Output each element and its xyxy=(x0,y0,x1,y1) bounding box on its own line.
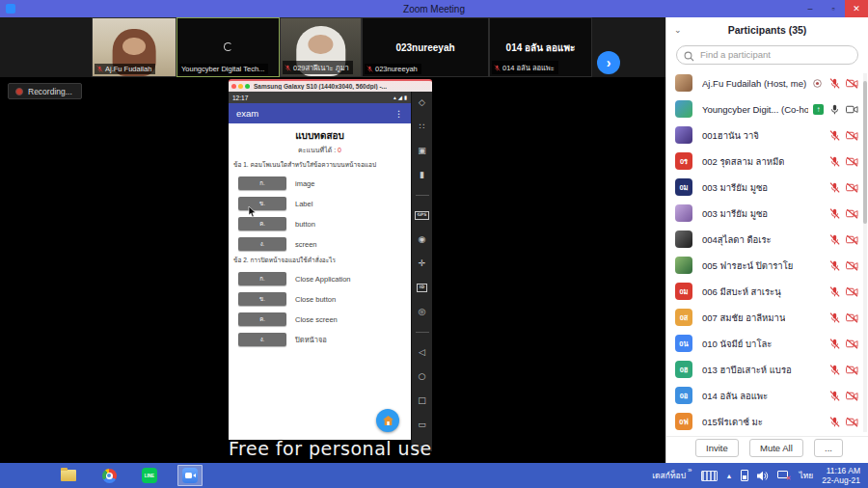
invite-button[interactable]: Invite xyxy=(695,439,739,457)
participant-row[interactable]: 0ฮ013 ฮาปีอเสาะห์ แบรอ xyxy=(666,357,868,383)
participant-row[interactable]: 003 มารียัม มูซอ xyxy=(666,201,868,227)
taskbar-app-zoom[interactable] xyxy=(177,465,203,486)
participant-row[interactable]: 0น010 นัจมีย์ บาโละ xyxy=(666,331,868,357)
chrome-icon xyxy=(102,469,117,483)
participant-row[interactable]: 0ม006 มีสบะห์ สาเระนุ xyxy=(666,279,868,305)
desktop-toolbar[interactable]: เดสก์ท็อป » xyxy=(652,469,692,482)
participant-status-icons xyxy=(824,234,858,245)
answer-button[interactable]: ค. xyxy=(238,217,286,230)
quiz-option: ก. image xyxy=(238,176,411,190)
participant-name: Youngcyber Digit... (Co-host) xyxy=(702,104,808,115)
emulator-minimize-icon[interactable] xyxy=(238,84,243,89)
settings-icon[interactable]: ◎ xyxy=(419,308,426,316)
speaker-icon[interactable] xyxy=(757,471,769,481)
gps-icon[interactable]: GPS xyxy=(415,211,429,220)
maximize-button[interactable]: ▫ xyxy=(822,0,845,17)
participant-status-icons xyxy=(824,130,858,141)
mic-off-icon xyxy=(828,130,841,141)
phone-statusbar: 12:17 ▴◢▮ xyxy=(229,92,411,103)
answer-label: Close button xyxy=(295,295,336,304)
answer-button[interactable]: ข. xyxy=(238,197,286,210)
scrollbar-thumb[interactable] xyxy=(863,81,867,224)
desktop-screen: Zoom Meeting – ▫ ✕ Aj.Fu FudailahYoungcy… xyxy=(0,0,868,488)
emulator-close-icon[interactable] xyxy=(231,84,236,89)
taskbar-app-file-explorer[interactable] xyxy=(56,465,81,486)
participant-row[interactable]: 0ม003 มารียัม มูซอ xyxy=(666,175,868,201)
language-indicator[interactable]: ไทย xyxy=(799,469,813,482)
screenshot-icon[interactable]: ▣ xyxy=(418,147,426,155)
home-fab-button[interactable] xyxy=(376,409,399,432)
participant-name: 010 นัจมีย์ บาโละ xyxy=(702,337,772,351)
video-tile[interactable]: 029สาฝีเนาะ ภูมา xyxy=(280,17,362,77)
search-input[interactable] xyxy=(676,45,858,65)
next-videos-button[interactable]: › xyxy=(597,51,620,74)
minimize-button[interactable]: – xyxy=(799,0,822,17)
participant-row[interactable]: Youngcyber Digit... (Co-host)↑ xyxy=(666,96,868,122)
network-icon[interactable]: ✕ xyxy=(777,471,790,481)
keyboard-icon[interactable] xyxy=(701,471,718,481)
participant-row[interactable]: 004สุไลดา ดือเระ xyxy=(666,227,868,253)
participant-row[interactable]: 005 ฟารฮะน์ ปิตาราโย xyxy=(666,253,868,279)
taskbar-app-internet-explorer[interactable] xyxy=(15,465,41,486)
participant-row[interactable]: 0ร002 รุดสลาม ลาหมีด xyxy=(666,149,868,175)
quiz-option: ก. Close Application xyxy=(238,272,411,285)
participant-row[interactable]: Aj.Fu Fudailah (Host, me) xyxy=(666,70,868,96)
power-icon[interactable] xyxy=(741,470,748,481)
overview-icon[interactable]: □ xyxy=(418,396,426,405)
participant-name: 007 สมชัย อาลีหมาน xyxy=(702,311,785,325)
battery-icon[interactable]: ▮ xyxy=(420,171,424,179)
answer-button[interactable]: ค. xyxy=(238,312,286,326)
camera-icon[interactable]: ◉ xyxy=(419,235,426,244)
more-options-button[interactable]: ... xyxy=(814,439,843,457)
participant-row[interactable]: 0ส007 สมชัย อาลีหมาน xyxy=(666,305,868,331)
quiz-option: ง. ปิดหน้าจอ xyxy=(238,333,411,346)
taskbar-app-chrome[interactable] xyxy=(96,465,122,486)
mic-off-icon xyxy=(828,417,841,427)
answer-button[interactable]: ก. xyxy=(238,176,286,190)
participant-status-icons xyxy=(824,339,858,349)
overflow-menu-icon[interactable]: ⋮ xyxy=(394,109,403,119)
clock[interactable]: 11:16 AM 22-Aug-21 xyxy=(822,466,860,486)
chevron-down-icon[interactable]: ⌄ xyxy=(674,25,682,35)
video-tile[interactable]: Aj.Fu Fudailah xyxy=(92,17,176,77)
emulator-titlebar[interactable]: Samsung Galaxy S10 (1440x3040, 560dpi) -… xyxy=(229,79,432,92)
answer-button[interactable]: ง. xyxy=(238,333,286,346)
quiz-title: แบบทดสอบ xyxy=(229,128,411,143)
close-button[interactable]: ✕ xyxy=(845,0,868,17)
video-tile[interactable]: 023nureeyah023nureeyah xyxy=(362,17,489,77)
emulator-zoom-icon[interactable] xyxy=(245,84,250,89)
participant-row[interactable]: 0อ014 อลัน ลอแพะ xyxy=(666,383,868,409)
participant-row[interactable]: 0ฟ015ฟิรเดาซ์ มะ xyxy=(666,409,868,435)
quiz-option: ง. screen xyxy=(238,237,411,251)
taskbar: LINE เดสก์ท็อป » ▲ ✕ ไทย 11:16 AM 22-Aug… xyxy=(0,463,868,488)
search-icon xyxy=(684,48,694,66)
mute-all-button[interactable]: Mute All xyxy=(749,439,803,457)
question-2: ข้อ 2. การปิดหน้าจอแอปใช้คำสั่งอะไร xyxy=(233,256,411,265)
participant-name: 006 มีสบะห์ สาเระนุ xyxy=(702,285,781,299)
avatar: 0ม xyxy=(675,178,692,196)
id-icon[interactable]: ID xyxy=(417,284,426,292)
answer-button[interactable]: ง. xyxy=(238,237,286,251)
answer-button[interactable]: ก. xyxy=(238,272,286,285)
recording-indicator[interactable]: Recording... xyxy=(8,83,82,99)
resize-icon[interactable]: ∷ xyxy=(420,122,425,131)
video-name-label: 029สาฝีเนาะ ภูมา xyxy=(283,61,353,74)
taskbar-app-line[interactable]: LINE xyxy=(137,465,162,486)
video-name-label: 023nureeyah xyxy=(365,64,421,74)
participants-scrollbar[interactable] xyxy=(863,73,867,432)
tray-expand-icon[interactable]: ▲ xyxy=(726,473,733,479)
video-strip: Aj.Fu FudailahYoungcyber Digital Tech...… xyxy=(0,17,665,77)
home-icon[interactable]: ○ xyxy=(419,372,426,381)
video-tile[interactable]: Youngcyber Digital Tech... xyxy=(176,17,280,77)
watermark-text: Free for personal use xyxy=(229,438,432,459)
participant-row[interactable]: 001ฮานัน วาจิ xyxy=(666,122,868,149)
window-icon[interactable]: ▭ xyxy=(418,420,426,429)
mic-off-icon xyxy=(828,391,841,401)
move-icon[interactable]: ✛ xyxy=(419,259,426,268)
avatar xyxy=(675,126,692,144)
back-icon[interactable]: ◁ xyxy=(419,348,425,357)
answer-button[interactable]: ข. xyxy=(238,292,286,306)
rotate-icon[interactable]: ◇ xyxy=(419,98,425,107)
quiz-screen: แบบทดสอบ คะแนนที่ได้ : 0 ข้อ 1. คอมโพเนน… xyxy=(229,123,411,440)
video-tile[interactable]: 014 อลัน ลอแพะ014 อลัน ลอแพะ xyxy=(489,17,592,77)
